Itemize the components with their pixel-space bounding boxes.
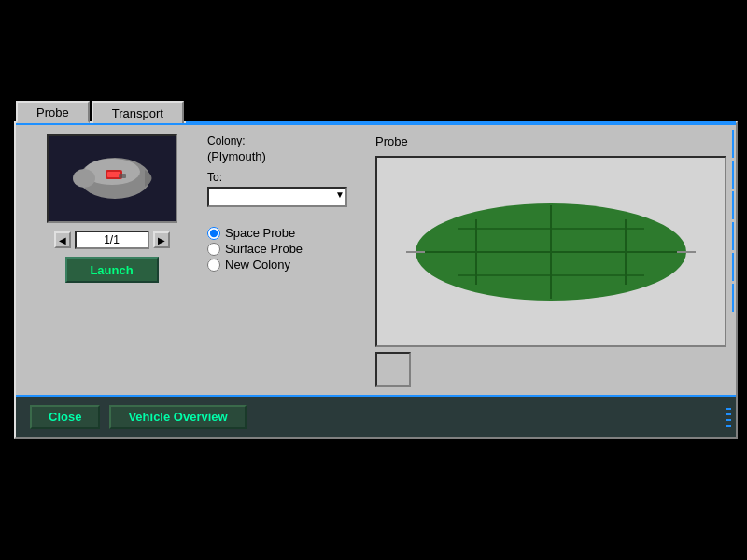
right-deco-line-1 [732,130,734,158]
launch-button[interactable]: Launch [65,257,159,283]
nav-counter-input[interactable] [75,231,149,249]
probe-illustration [61,144,163,214]
tab-probe-label: Probe [36,105,69,119]
radio-surface-probe-label: Surface Probe [225,242,303,256]
svg-rect-3 [107,172,120,177]
radio-new-colony-label: New Colony [225,258,290,272]
colony-name-value: (Plymouth) [207,149,366,163]
bottom-bar: Close Vehicle Overview [16,397,736,437]
left-panel: ◀ ▶ Launch [25,134,198,387]
radio-space-probe-label: Space Probe [225,226,295,240]
right-blue-deco [730,125,736,397]
nav-row: ◀ ▶ [25,231,198,249]
main-content: ◀ ▶ Launch Colony: (Plymouth) To: Space … [16,125,736,397]
color-box-row [375,352,726,387]
radio-option-surface-probe[interactable]: Surface Probe [207,242,366,256]
deco-line-2 [726,413,731,415]
probe-color-box [375,352,411,387]
top-blue-line [16,123,736,125]
radio-option-new-colony[interactable]: New Colony [207,258,366,272]
colony-label: Colony: [207,134,366,147]
svg-point-4 [73,169,95,188]
svg-rect-5 [119,174,126,178]
close-button[interactable]: Close [30,405,100,429]
deco-line-1 [726,408,731,410]
to-dropdown-wrapper [207,187,347,217]
tab-probe[interactable]: Probe [16,101,90,123]
right-deco-line-5 [732,253,734,281]
radio-new-colony[interactable] [207,259,220,272]
radio-option-space-probe[interactable]: Space Probe [207,226,366,240]
tab-bar: Probe Transport [16,97,736,123]
right-panel: Probe [375,134,726,387]
right-deco-line-6 [732,284,734,312]
probe-viz-box [375,156,726,347]
deco-line-4 [726,425,731,427]
vehicle-overview-button[interactable]: Vehicle Overview [109,405,246,429]
tab-line [186,121,736,123]
right-deco-line-3 [732,191,734,219]
probe-diagram-svg [402,191,700,313]
right-deco-line-2 [732,161,734,189]
probe-viz-title: Probe [375,134,726,148]
nav-prev-button[interactable]: ◀ [54,231,71,248]
middle-panel: Colony: (Plymouth) To: Space Probe Surfa… [207,134,366,387]
nav-next-button[interactable]: ▶ [153,231,170,248]
probe-type-radio-group: Space Probe Surface Probe New Colony [207,226,366,272]
tab-transport-label: Transport [112,106,163,120]
tab-transport[interactable]: Transport [92,101,184,123]
probe-image-box [47,134,177,223]
radio-surface-probe[interactable] [207,243,220,256]
decorative-lines [726,401,731,432]
deco-line-3 [726,419,731,421]
dialog-frame: Probe Transport [14,121,738,439]
right-deco-line-4 [732,222,734,250]
to-dropdown[interactable] [207,187,347,207]
radio-space-probe[interactable] [207,227,220,240]
to-label: To: [207,171,366,184]
